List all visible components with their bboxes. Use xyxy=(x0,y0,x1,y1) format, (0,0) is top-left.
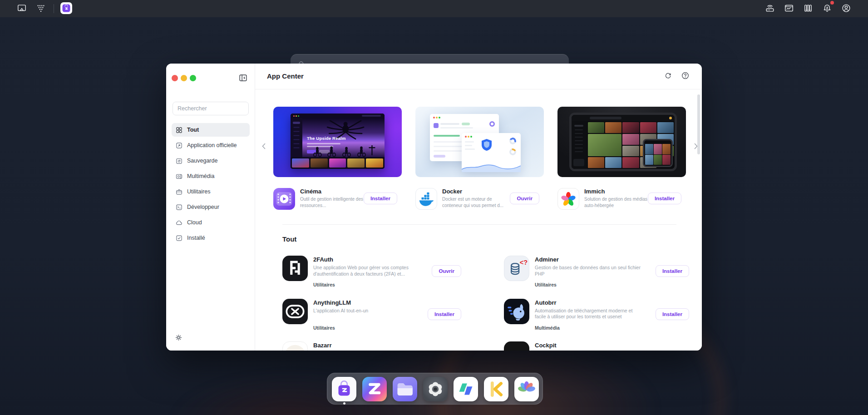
storage-drives-icon xyxy=(803,3,813,15)
grid-icon xyxy=(175,126,183,134)
account-button[interactable] xyxy=(840,2,853,15)
maximize-button[interactable] xyxy=(190,75,196,81)
dock-item-lotus[interactable] xyxy=(514,377,539,401)
network-device-button[interactable] xyxy=(764,2,776,15)
banner-art: The Upside Realm xyxy=(291,114,385,169)
installed-icon xyxy=(175,234,183,242)
app-center-tile-icon xyxy=(60,2,72,15)
app-row-2fauth: 2FAuth Une application Web pour gérer vo… xyxy=(282,256,461,293)
cockpit-app-icon xyxy=(504,341,529,351)
close-button[interactable] xyxy=(172,75,178,81)
immich-app-icon xyxy=(557,188,579,210)
scrollbar[interactable] xyxy=(697,94,700,154)
activity-monitor-button[interactable] xyxy=(783,2,795,15)
sidebar-item-label: Installé xyxy=(187,235,205,241)
sidebar: Tout Application officielle Sauvegarde M… xyxy=(166,64,255,351)
notifications-button[interactable] xyxy=(821,2,833,15)
apps-list: 2FAuth Une application Web pour gérer vo… xyxy=(282,256,691,351)
app-row-adminer: <? Adminer Gestion de bases de données d… xyxy=(504,256,689,293)
featured-card-cinema: The Upside Realm Cinéma Outil de gestion… xyxy=(273,107,402,216)
app-launcher-button[interactable] xyxy=(35,2,47,15)
cinema-action-button[interactable]: Installer xyxy=(364,193,397,204)
featured-banner-immich[interactable] xyxy=(557,107,686,177)
app-name: AnythingLLM xyxy=(313,299,351,306)
dock-item-k-letter[interactable] xyxy=(484,377,508,401)
sidebar-item-multimedia[interactable]: Multimédia xyxy=(172,169,250,183)
refresh-button[interactable] xyxy=(663,71,673,81)
dock-item-app-store[interactable] xyxy=(332,377,356,401)
page-title: App Center xyxy=(267,72,304,80)
sidebar-item-label: Tout xyxy=(187,127,199,133)
carousel-next-button[interactable] xyxy=(690,140,702,153)
chevron-left-icon xyxy=(259,146,269,153)
gear-icon xyxy=(174,336,183,343)
sidebar-item-cloud[interactable]: Cloud xyxy=(172,216,250,229)
app-row-bazarr: Bazarr xyxy=(282,341,461,351)
topbar-separator xyxy=(54,4,54,13)
app-name: Immich xyxy=(584,188,605,195)
app-row-anythingllm: AnythingLLM L'application AI tout-en-un … xyxy=(282,299,461,336)
docker-action-button[interactable]: Ouvrir xyxy=(510,193,539,204)
screen-cast-button[interactable] xyxy=(15,2,28,15)
bazarr-app-icon xyxy=(282,341,308,351)
dock-item-settings[interactable] xyxy=(423,377,448,401)
2fauth-action-button[interactable]: Ouvrir xyxy=(432,265,461,277)
taskbar-app-center-button[interactable] xyxy=(60,3,72,15)
sidebar-item-sauvegarde[interactable]: Sauvegarde xyxy=(172,154,250,168)
autobrr-app-icon xyxy=(504,299,529,324)
app-name: 2FAuth xyxy=(313,256,333,263)
dock-active-indicator xyxy=(343,402,345,405)
notification-bell-icon xyxy=(822,3,832,15)
sidebar-item-utilitaires[interactable]: Utilitaires xyxy=(172,185,250,198)
sidebar-collapse-button[interactable] xyxy=(237,73,248,84)
sidebar-menu: Tout Application officielle Sauvegarde M… xyxy=(172,123,250,245)
refresh-icon xyxy=(664,74,672,81)
sidebar-item-installe[interactable]: Installé xyxy=(172,231,250,245)
app-description: L'application AI tout-en-un xyxy=(313,308,422,314)
cast-icon xyxy=(17,3,27,15)
sidebar-item-tout[interactable]: Tout xyxy=(172,123,250,137)
autobrr-action-button[interactable]: Installer xyxy=(656,308,689,320)
desktop: Tout Application officielle Sauvegarde M… xyxy=(0,0,868,415)
help-button[interactable] xyxy=(680,71,690,81)
svg-text:<?: <? xyxy=(520,259,528,266)
dock-item-files[interactable] xyxy=(393,377,417,401)
sidebar-item-label: Sauvegarde xyxy=(187,158,217,164)
app-row-cockpit: Cockpit xyxy=(504,341,689,351)
help-icon xyxy=(681,74,690,81)
sidebar-item-application-officielle[interactable]: Application officielle xyxy=(172,138,250,152)
cloud-icon xyxy=(175,219,183,227)
adminer-action-button[interactable]: Installer xyxy=(656,265,689,277)
sidebar-item-label: Application officielle xyxy=(187,142,237,148)
sidebar-item-label: Utilitaires xyxy=(187,188,210,195)
window-controls xyxy=(172,75,196,81)
official-icon xyxy=(175,142,183,149)
docker-app-icon xyxy=(415,188,437,210)
immich-action-button[interactable]: Installer xyxy=(648,193,681,204)
sidebar-search-input[interactable] xyxy=(173,102,249,115)
dock-item-teal-blue-panels[interactable] xyxy=(454,377,478,401)
notification-badge xyxy=(830,1,834,5)
featured-banner-cinema[interactable]: The Upside Realm xyxy=(273,107,402,177)
header-actions xyxy=(663,71,690,81)
featured-banner-docker[interactable] xyxy=(415,107,544,177)
app-center-window: Tout Application officielle Sauvegarde M… xyxy=(166,64,702,351)
app-launcher-dots-icon xyxy=(36,3,46,15)
storage-button[interactable] xyxy=(802,2,814,15)
app-name: Bazarr xyxy=(313,342,331,349)
settings-gear-button[interactable] xyxy=(173,333,183,343)
media-icon xyxy=(175,173,183,180)
app-category: Utilitaires xyxy=(535,282,557,287)
sidebar-item-developpeur[interactable]: Développeur xyxy=(172,200,250,214)
app-name: Autobrr xyxy=(535,299,557,306)
app-category: Utilitaires xyxy=(313,282,335,287)
carousel-prev-button[interactable] xyxy=(258,140,270,153)
briefcase-icon xyxy=(175,188,183,196)
topbar xyxy=(0,0,868,17)
app-description: Une application Web pour gérer vos compt… xyxy=(313,265,422,277)
minimize-button[interactable] xyxy=(181,75,187,81)
dock-item-zima-client[interactable] xyxy=(362,377,387,401)
app-center-main: App Center The Upside Realm Cinéma Outil… xyxy=(255,64,702,351)
anythingllm-action-button[interactable]: Installer xyxy=(428,308,461,320)
panel-collapse-icon xyxy=(238,77,248,84)
